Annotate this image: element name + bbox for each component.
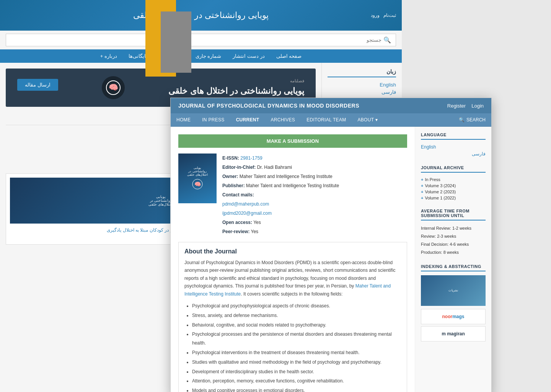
eng-internal-review: Internal Review: 1-2 weeks: [421, 224, 486, 232]
peer-review-row: Peer-review: Yes: [222, 227, 339, 236]
subject-6: Studies with qualitative and mixed metho…: [192, 358, 401, 367]
journal-cover-section: پویاییروانشناختی دراختلال‌های خلقی 🧠 E-I…: [178, 154, 407, 236]
indexing-img-1: نشریات: [421, 275, 486, 306]
about-journal-section: About the Journal Journal of Psychologic…: [178, 242, 407, 392]
about-journal-title: About the Journal: [184, 248, 401, 255]
indexing-img-1-text: نشریات: [448, 289, 458, 292]
subject-7: Development of interdisciplinary studies…: [192, 368, 401, 376]
persian-banner-text: فصلنامه پویایی روانشناختی در اختلال های …: [168, 78, 304, 97]
eng-archive-1[interactable]: +Volume 3 (2024): [421, 183, 486, 189]
eng-archive-section: JOURNAL ARCHIVE +In Press +Volume 3 (202…: [421, 165, 486, 201]
english-lang-link[interactable]: English: [328, 81, 396, 88]
persian-lang-link[interactable]: فارسی: [328, 88, 396, 96]
svg-text:🧠: 🧠: [194, 181, 201, 188]
nav-editorial-team[interactable]: EDITORIAL TEAM: [301, 113, 352, 126]
english-overlay-page: JOURNAL OF PSYCHOLOGICAL DYNAMICS IN MOO…: [170, 98, 492, 392]
subject-2: Stress, anxiety, and defense mechanisms.: [192, 311, 401, 320]
subject-9: Models and cognitive processes in emotio…: [192, 386, 401, 392]
eng-final-decision: Final Decision: 4-6 weeks: [421, 240, 486, 248]
owner-row: Owner: Maher Talent and Intelligence Tes…: [222, 172, 339, 181]
nav-search[interactable]: 🔍 SEARCH: [453, 114, 491, 126]
search-icon: 🔍: [459, 117, 465, 122]
search-label: SEARCH: [466, 117, 486, 122]
eng-lang-section: LANGUAGE English فارسی: [421, 132, 486, 158]
journal-cover-text: پویاییروانشناختی دراختلال‌های خلقی 🧠: [185, 164, 209, 193]
persian-banner-logo: 🧠: [102, 76, 125, 99]
eng-archive-2[interactable]: +Volume 2 (2023): [421, 189, 486, 195]
eng-indexing-section: INDEXING & ABSTRACTING نشریات noormags m…: [421, 264, 486, 341]
subject-8: Attention, perception, memory, executive…: [192, 377, 401, 385]
editor-row: Editor-in-Chief: Dr. Hadi Bahrami: [222, 163, 339, 172]
persian-nav-current[interactable]: شماره جاری: [196, 53, 222, 59]
nav-current[interactable]: CURRENT: [230, 113, 265, 126]
persian-register-link[interactable]: ثبت‌نام: [383, 13, 396, 18]
make-submission-button[interactable]: MAKE A SUBMISSION: [178, 134, 407, 148]
persian-header: پویایی روانشناختی در اختلال های خلقی ورو…: [0, 0, 402, 31]
eng-persian-link[interactable]: فارسی: [421, 150, 486, 158]
eng-metrics-content: Internal Review: 1-2 weeks Review: 2-3 w…: [421, 224, 486, 256]
eng-metrics-section: AVERAGE TIME FROM SUBMISSION UNTIL Inter…: [421, 209, 486, 256]
persian-search-bar: 🔍: [6, 34, 396, 46]
eng-english-link[interactable]: English: [421, 144, 486, 150]
persian-lang-title: زبان: [328, 69, 396, 77]
subject-5: Psychological interventions in the treat…: [192, 348, 401, 357]
persian-nav-archives[interactable]: بایگانی‌ها: [129, 53, 147, 59]
svg-text:🧠: 🧠: [109, 83, 118, 92]
english-content-area: MAKE A SUBMISSION پویاییروانشناختی دراخت…: [171, 127, 491, 392]
e-issn-row: E-ISSN: 2981-1759: [222, 154, 339, 163]
nav-home[interactable]: HOME: [171, 113, 196, 126]
english-header-title: JOURNAL OF PSYCHOLOGICAL DYNAMICS IN MOO…: [178, 103, 359, 109]
open-access-row: Open access: Yes: [222, 218, 339, 227]
indexing-title: INDEXING & ABSTRACTING: [421, 264, 486, 271]
gray-accent-decoration: [161, 11, 191, 73]
persian-nav-inpress[interactable]: در دست انتشار: [233, 53, 264, 59]
persian-banner-title: پویایی روانشناختی در اختلال های خلقی: [168, 85, 304, 97]
subjects-list: Psychological and psychophysiological as…: [184, 302, 401, 392]
indexing-noormags: noormags: [421, 309, 486, 324]
persian-search-input[interactable]: [11, 37, 381, 43]
persian-login-link[interactable]: ورود: [371, 13, 380, 18]
login-link[interactable]: Login: [471, 103, 484, 109]
nav-archives[interactable]: ARCHIVES: [265, 113, 301, 126]
register-link[interactable]: Register: [447, 103, 466, 109]
indexing-magiran: m magiran: [421, 326, 486, 341]
english-nav: HOME IN PRESS CURRENT ARCHIVES EDITORIAL…: [171, 113, 491, 127]
search-icon: 🔍: [383, 36, 391, 44]
nav-about[interactable]: ABOUT ▾: [352, 113, 383, 126]
eng-archive-title: JOURNAL ARCHIVE: [421, 165, 486, 173]
english-header-bar: JOURNAL OF PSYCHOLOGICAL DYNAMICS IN MOO…: [171, 98, 491, 113]
contact-row: Contact mails: pdmd@maherpub.com ijpdmd2…: [222, 190, 339, 218]
journal-cover-image: پویاییروانشناختی دراختلال‌های خلقی 🧠: [178, 154, 217, 203]
eng-metrics-title: AVERAGE TIME FROM SUBMISSION UNTIL: [421, 209, 486, 220]
nav-inpress[interactable]: IN PRESS: [196, 113, 230, 126]
eng-review: Review: 2-3 weeks: [421, 232, 486, 240]
persian-nav-home[interactable]: صفحه اصلی: [276, 53, 302, 59]
eng-production: Production: 8 weeks: [421, 248, 486, 256]
eng-archive-0[interactable]: +In Press: [421, 176, 486, 183]
english-sidebar: LANGUAGE English فارسی JOURNAL ARCHIVE +…: [415, 127, 491, 392]
persian-banner-label: فصلنامه: [168, 78, 304, 83]
publisher-row: Publisher: Maher Talent and Intelligence…: [222, 181, 339, 190]
eng-archive-3[interactable]: +Volume 1 (2022): [421, 195, 486, 201]
english-main-column: MAKE A SUBMISSION پویاییروانشناختی دراخت…: [171, 127, 415, 392]
subject-1: Psychological and psychophysiological as…: [192, 302, 401, 310]
english-top-links: Register Login: [447, 103, 484, 109]
persian-nav-about[interactable]: درباره +: [100, 53, 117, 59]
persian-lang-section: زبان English فارسی: [328, 69, 396, 96]
about-journal-text: Journal of Psychological Dynamics in Moo…: [184, 259, 401, 298]
persian-submit-button[interactable]: ارسال مقاله: [17, 79, 58, 91]
maher-link[interactable]: Maher Talent and Intelligence Testing In…: [184, 283, 391, 296]
subject-4: Psychological processes and the persiste…: [192, 330, 401, 348]
journal-info-block: E-ISSN: 2981-1759 Editor-in-Chief: Dr. H…: [222, 154, 339, 236]
subject-3: Behavioral, cognitive, and social models…: [192, 321, 401, 330]
persian-nav: صفحه اصلی در دست انتشار شماره جاری هیئت …: [0, 49, 402, 63]
eng-lang-title: LANGUAGE: [421, 132, 486, 140]
